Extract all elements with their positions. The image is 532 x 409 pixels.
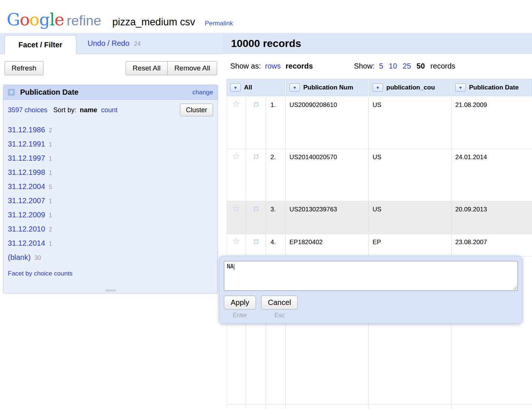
tab-facet-filter[interactable]: Facet / Filter <box>4 35 76 54</box>
page-size-option[interactable]: 50 <box>417 62 425 70</box>
column-dropdown-button[interactable]: ▼ <box>289 84 300 92</box>
logo-letter: o <box>20 10 29 29</box>
cell-publication-country[interactable]: US <box>368 97 451 149</box>
page-size-option[interactable]: 10 <box>389 62 397 70</box>
star-cell: ☆ <box>227 97 246 149</box>
facet-change-link[interactable]: change <box>192 89 213 96</box>
facet-close-icon[interactable]: × <box>8 89 15 96</box>
tab-undo-redo-label: Undo / Redo <box>88 39 129 47</box>
google-refine-logo: Googlerefine <box>7 10 101 29</box>
facet-choice-value[interactable]: 31.12.1997 <box>8 154 45 163</box>
facet-choice: 31.12.19862 <box>8 123 213 137</box>
sort-name-option[interactable]: name <box>80 106 97 114</box>
show-label: Show: <box>354 62 375 70</box>
facet-choice-value[interactable]: 31.12.2007 <box>8 196 45 205</box>
facet-choice: 31.12.20045 <box>8 180 213 194</box>
edit-cell-textarea[interactable]: NA <box>224 261 518 291</box>
cell-publication-country[interactable]: US <box>368 201 451 234</box>
cell-publication-number[interactable]: EP1820402 <box>285 234 368 256</box>
row-index: 2. <box>266 149 285 201</box>
star-icon[interactable]: ☆ <box>232 100 240 108</box>
apply-button[interactable]: Apply <box>224 296 256 309</box>
reset-all-button[interactable]: Reset All <box>126 61 168 75</box>
textarea-resize-grip[interactable] <box>512 285 517 290</box>
facet-choice-value[interactable]: 31.12.2009 <box>8 211 45 219</box>
cancel-action: Cancel Esc <box>261 296 298 319</box>
table-row-empty <box>227 405 532 409</box>
cell-publication-date[interactable]: 23.08.2007 <box>451 234 532 256</box>
cancel-button[interactable]: Cancel <box>261 296 298 309</box>
star-cell: ☆ <box>227 149 246 201</box>
table-header-cell: ▼Publication Date <box>452 79 532 96</box>
star-icon[interactable]: ☆ <box>232 237 240 246</box>
facet-by-choice-counts-link[interactable]: Facet by choice counts <box>8 270 213 277</box>
column-dropdown-button[interactable]: ▼ <box>230 84 241 92</box>
left-panel: Facet / Filter Undo / Redo 24 Refresh Re… <box>0 33 222 409</box>
cell-publication-number[interactable]: US20090208610 <box>285 97 368 149</box>
page-size-option[interactable]: 5 <box>379 62 383 70</box>
column-header-label: Publication Date <box>469 84 519 91</box>
facet-choice-value[interactable]: 31.12.2004 <box>8 182 45 191</box>
star-icon[interactable]: ☆ <box>232 152 240 161</box>
cell-publication-date[interactable]: 24.01.2014 <box>451 149 532 201</box>
facet-choice-count: 1 <box>49 141 52 148</box>
app-header: Googlerefine pizza_medium csv Permalink <box>0 0 532 33</box>
column-header-label: Publication Num <box>303 84 353 91</box>
cluster-button[interactable]: Cluster <box>180 104 213 116</box>
cell-publication-number[interactable]: US20130239763 <box>285 201 368 234</box>
cell-publication-country[interactable]: US <box>368 149 451 201</box>
show-as-records-option[interactable]: records <box>286 62 313 70</box>
flag-cell <box>246 201 266 234</box>
flag-cell <box>246 97 266 149</box>
facet-choice-count: 30 <box>34 255 41 261</box>
facet-choice-value[interactable]: 31.12.2010 <box>8 225 45 233</box>
facet-choice-count: 1 <box>49 155 52 162</box>
cell-publication-date[interactable]: 21.08.2009 <box>451 97 532 149</box>
data-panel: 10000 records Show as: rows records Show… <box>222 33 532 409</box>
column-dropdown-button[interactable]: ▼ <box>373 84 383 92</box>
table-header-cell: ▼All <box>227 79 285 96</box>
dropdown-arrow-icon: ▼ <box>459 86 463 90</box>
tab-undo-redo[interactable]: Undo / Redo 24 <box>88 39 141 48</box>
project-title: pizza_medium csv <box>113 16 195 28</box>
refresh-button[interactable]: Refresh <box>4 61 44 75</box>
column-dropdown-button[interactable]: ▼ <box>455 84 466 92</box>
dropdown-arrow-icon: ▼ <box>234 86 238 90</box>
refine-logo-text: refine <box>67 13 101 28</box>
facet-toolbar-group: Reset All Remove All <box>126 61 217 75</box>
facet-choice-value[interactable]: 31.12.1986 <box>8 126 45 134</box>
undo-redo-count: 24 <box>134 41 141 47</box>
table-row: ☆1.US20090208610US21.08.2009 <box>227 97 532 149</box>
flag-icon[interactable] <box>252 101 260 109</box>
facet-resize-handle[interactable] <box>105 289 116 291</box>
sort-count-option[interactable]: count <box>101 106 117 114</box>
table-header-cell: ▼publication_cou <box>369 79 451 96</box>
facet-choices-count[interactable]: 3597 choices <box>8 106 47 114</box>
column-header-label: All <box>244 84 252 91</box>
show-as-rows-link[interactable]: rows <box>265 62 281 70</box>
facet-choice-value[interactable]: 31.12.2014 <box>8 239 45 248</box>
flag-icon[interactable] <box>252 205 260 213</box>
facet-choice-count: 1 <box>49 240 52 247</box>
cell-publication-country[interactable]: EP <box>368 234 451 256</box>
facet-choice-count: 2 <box>49 226 52 233</box>
facet-choice-list: 31.12.1977131.12.1986231.12.1991131.12.1… <box>3 120 218 266</box>
facet-choice-value[interactable]: (blank) <box>8 253 31 262</box>
table-header-row: ▼All▼Publication Num▼publication_cou▼Pub… <box>227 78 532 97</box>
page-size-option[interactable]: 25 <box>403 62 411 70</box>
remove-all-button[interactable]: Remove All <box>167 61 217 75</box>
facet-panel: × Publication Date change 3597 choices S… <box>3 85 218 293</box>
records-summary-bar: 10000 records <box>222 33 532 54</box>
star-icon[interactable]: ☆ <box>232 204 240 213</box>
facet-title: Publication Date <box>20 88 79 97</box>
cell-publication-date[interactable]: 20.09.2013 <box>451 201 532 234</box>
facet-choice-value[interactable]: 31.12.1991 <box>8 140 45 148</box>
flag-icon[interactable] <box>252 153 260 161</box>
main-panes: Facet / Filter Undo / Redo 24 Refresh Re… <box>0 33 532 409</box>
flag-icon[interactable] <box>252 238 260 246</box>
permalink-link[interactable]: Permalink <box>205 20 233 27</box>
cell-publication-number[interactable]: US20140020570 <box>285 149 368 201</box>
apply-hint: Enter <box>233 312 247 319</box>
facet-choice-value[interactable]: 31.12.1998 <box>8 168 45 177</box>
facet-choice: 31.12.20102 <box>8 222 213 236</box>
